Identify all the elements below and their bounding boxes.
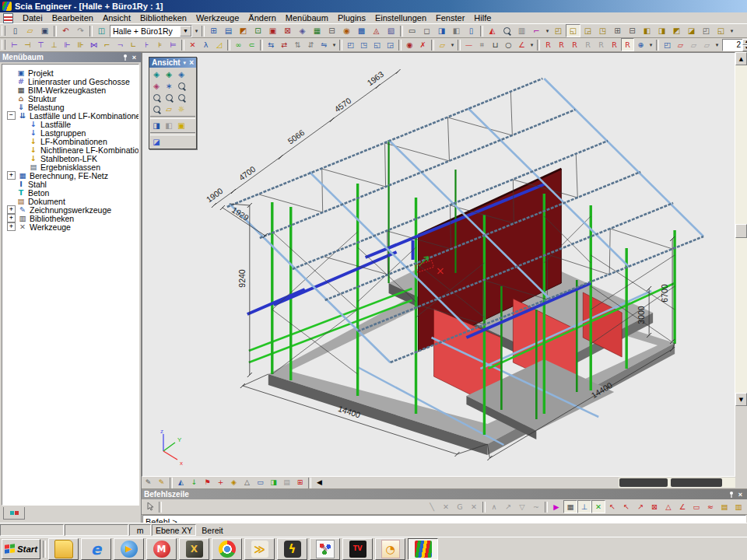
taskbar-app-media-player[interactable]: ▶ [114,538,144,560]
steel-check-4[interactable]: R [581,38,594,51]
section-display-button[interactable]: ▭ [254,477,267,488]
project-tool-4[interactable]: ⊡ [251,24,265,37]
taskbar-app-scia-engineer[interactable] [408,538,438,560]
grid-tool[interactable]: ⌗ [475,38,489,51]
hscroll-thumb[interactable] [619,478,668,487]
save-button[interactable]: ▣ [37,24,52,37]
new-button[interactable]: ▯ [8,24,23,37]
project-tool-11[interactable]: ▩ [354,24,369,37]
steel-check-1[interactable]: R [542,38,555,51]
lambda-tool[interactable]: λ [199,38,212,51]
taskbar-app-kmplayer[interactable]: M [146,538,177,560]
load-display-button[interactable]: ↓ [188,477,201,488]
menu-bibliotheken[interactable]: Bibliotheken [135,12,191,23]
angle-dim-tool[interactable]: ∠ [515,38,528,51]
member-tool-5[interactable]: ⊩ [61,38,74,51]
menu-einstellungen[interactable]: Einstellungen [370,12,431,23]
line-tool[interactable]: — [462,38,475,51]
vscroll-thumb[interactable] [735,224,747,238]
tree-item-lastf-lle[interactable]: ↓Lastfälle [2,120,139,128]
project-tool-3[interactable]: ◩ [236,24,251,37]
menu-werkzeuge[interactable]: Werkzeuge [191,12,244,23]
taskbar-app-internet-explorer[interactable]: e [81,538,111,560]
toolbar-grip[interactable] [2,26,5,36]
zoom-out-button[interactable] [150,92,163,103]
member-tool-9[interactable]: ¬ [114,38,127,51]
project-tool-1[interactable]: ⊞ [206,24,221,37]
zoom-all-button[interactable] [175,92,188,103]
spin-down-icon[interactable]: ▼ [742,45,747,51]
circle-tool[interactable]: ○ [502,38,515,51]
snap-line[interactable]: ╲ [425,500,439,513]
steel-check-2[interactable]: R [555,38,568,51]
move-tool[interactable]: ⇆ [265,38,278,51]
toolbar-grip[interactable] [2,40,5,50]
snap-polygon[interactable]: △ [661,500,675,513]
view-tool-11[interactable]: ◰ [699,24,714,37]
member-tool-2[interactable]: ⊣ [21,38,34,51]
snap-tri[interactable]: ▽ [515,500,529,513]
vscroll-track[interactable] [735,65,747,393]
view-tool-8[interactable]: ◨ [654,24,669,37]
snap-arc[interactable]: ≈ [703,500,717,513]
spin-up-icon[interactable]: ▲ [742,39,747,45]
print-button[interactable]: ▭ [405,24,419,37]
taskbar-app-paint[interactable]: ✎ [310,538,340,560]
document-new-button[interactable]: ◨ [434,24,449,37]
snap-tangent[interactable]: ∠ [675,500,689,513]
layer-display-button[interactable]: ▤ [280,477,293,488]
member-tool-13[interactable]: ⊨ [167,38,180,51]
snap-rect[interactable]: ▭ [689,500,703,513]
view-tool-12[interactable]: ◱ [714,24,728,37]
view-y-button[interactable]: ◈ [163,68,175,80]
toolbar-overflow[interactable]: ▾ [193,25,200,37]
export-tool-4[interactable]: ▱ [700,38,714,51]
menu-ansicht[interactable]: Ansicht [98,12,135,23]
tree-expand-icon[interactable]: + [7,214,16,222]
project-tool-8[interactable]: ▦ [310,24,324,37]
view-z-button[interactable]: ◈ [175,68,188,80]
view-x-button[interactable]: ◈ [150,68,163,80]
tree-item-zeichnungswerkzeuge[interactable]: +✎Zeichnungswerkzeuge [2,205,139,214]
tree-expand-icon[interactable]: + [7,171,16,180]
pin-icon[interactable] [728,490,736,499]
steel-check-6[interactable]: R [608,38,621,51]
array-tool[interactable]: ⇋ [317,38,331,51]
view-tool-3[interactable]: ◲ [580,24,595,37]
export-overflow[interactable]: ▾ [714,39,721,51]
print-view-button[interactable]: ◨ [150,120,163,131]
attach-tool-2[interactable]: ✎ [155,477,168,488]
panel-tab[interactable] [3,507,25,520]
folder-overflow[interactable]: ▾ [449,39,456,51]
chevron-down-icon[interactable]: ▼ [180,26,191,37]
view-tool-10[interactable]: ◪ [684,24,699,37]
copy-tool[interactable]: ⇄ [278,38,291,51]
project-tool-6[interactable]: ⊠ [280,24,295,37]
snap-cursor-mode[interactable]: ▶ [549,500,563,513]
close-icon[interactable]: × [130,53,139,61]
glasses-tool[interactable]: ◉ [403,38,416,51]
measure-button[interactable]: ⌐ [529,24,544,37]
member-tool-8[interactable]: ⌐ [100,38,114,51]
tree-item-stahlbeton-lfk[interactable]: ↓Stahlbeton-LFK [2,154,139,163]
menu-tree-titlebar[interactable]: Menübaum × [0,52,141,62]
taskbar-app-file-manager[interactable] [48,538,79,560]
snap-peak[interactable]: ∧ [487,500,501,513]
tree-expand-icon[interactable]: + [7,222,16,231]
document-button[interactable]: ▯ [464,24,479,37]
status-unit[interactable]: m [129,524,151,536]
menu-ndern[interactable]: Ändern [244,12,280,23]
window-tool-4[interactable]: ◲ [384,38,397,51]
taskbar-app-chrome[interactable] [212,538,242,560]
horizontal-scrollbar[interactable] [619,478,735,488]
view-tool-4[interactable]: ◳ [595,24,610,37]
title-bar[interactable]: Scia Engineer - [Halle + Büro1Ry : 1] [0,0,747,12]
undo-button[interactable]: ↶ [58,24,73,37]
close-icon[interactable]: × [736,490,745,499]
link-tool[interactable]: ∞ [232,38,245,51]
print-preview-button[interactable]: ◻ [419,24,434,37]
view-tool-1[interactable]: ◰ [551,24,566,37]
command-line-titlebar[interactable]: Befehlszeile × [142,489,747,499]
node-delete-button[interactable]: ✕ [186,38,199,51]
member-tool-11[interactable]: ⊦ [140,38,153,51]
